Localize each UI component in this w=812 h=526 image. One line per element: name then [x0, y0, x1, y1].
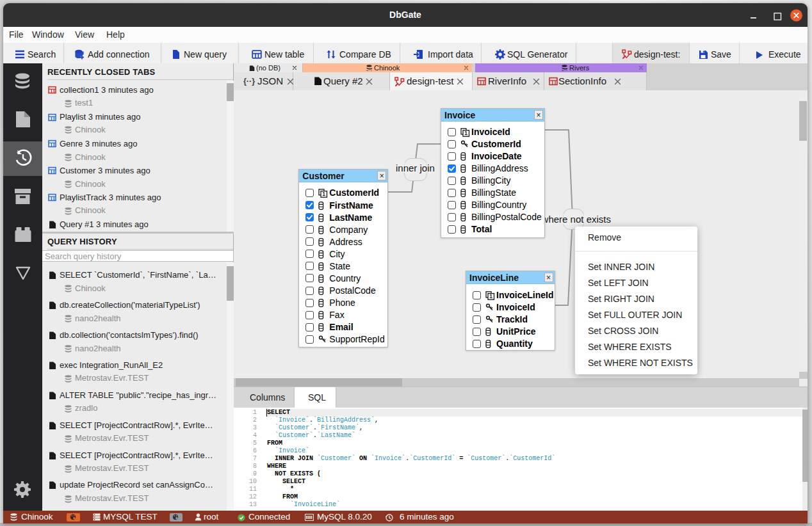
- svg-text:1: 1: [323, 191, 326, 198]
- svg-text:1: 1: [489, 293, 492, 299]
- svg-text:1: 1: [464, 130, 467, 136]
